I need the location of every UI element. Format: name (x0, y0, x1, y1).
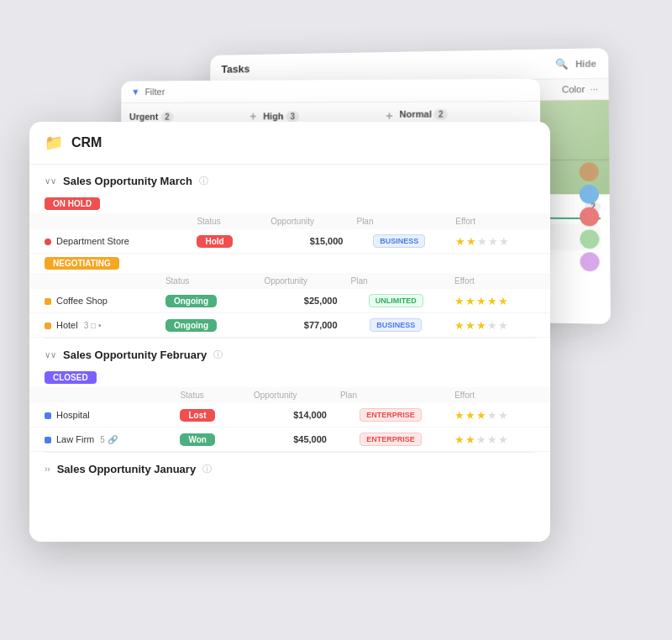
star-4: ★ (487, 409, 497, 422)
opp-amount: $77,000 (304, 320, 338, 330)
avatar-2 (580, 185, 599, 204)
th-name (29, 387, 173, 403)
row-dot (45, 437, 51, 443)
status-pill: Hold (197, 235, 232, 248)
star-1: ★ (455, 235, 465, 248)
star-4: ★ (488, 235, 498, 248)
col-urgent-label: Urgent 2 (129, 112, 174, 122)
status-pill: Ongoing (165, 319, 217, 332)
star-1: ★ (454, 295, 465, 307)
th-status: Status (159, 273, 258, 289)
star-2: ★ (465, 319, 475, 332)
row-status: Ongoing (159, 289, 258, 313)
th-effort: Effort (448, 273, 550, 289)
star-5: ★ (499, 235, 509, 248)
stars: ★ ★ ★ ★ ★ (455, 235, 543, 248)
stars: ★ ★ ★ ★ ★ (454, 433, 543, 446)
avatar-4 (580, 229, 599, 249)
row-name: Hotel 3 □ • (29, 313, 159, 338)
more-icon[interactable]: ··· (590, 84, 598, 94)
hide-label[interactable]: Hide (575, 58, 596, 68)
filter-label[interactable]: Filter (144, 87, 165, 97)
star-3: ★ (476, 295, 486, 307)
row-name: Hospital (29, 403, 173, 428)
section-february-arrow: ∨ (45, 350, 56, 359)
table-row: Coffee Shop Ongoing $25,000 UNLIMITED (29, 289, 550, 313)
table-negotiating: Status Opportunity Plan Effort Coffee Sh… (29, 273, 550, 338)
board-filter-bar: ▼ Filter (121, 79, 540, 103)
star-5: ★ (498, 433, 508, 446)
row-dot (45, 298, 51, 305)
th-plan: Plan (333, 387, 448, 403)
opp-amount: $25,000 (304, 296, 338, 306)
section-february-title: Sales Opportunity February (63, 349, 207, 361)
star-3: ★ (476, 319, 486, 332)
row-effort: ★ ★ ★ ★ ★ (449, 229, 550, 254)
avatar-5 (580, 252, 599, 271)
color-label[interactable]: Color (562, 84, 585, 94)
table-row: Hotel 3 □ • Ongoing $77,000 BUSINESS (29, 313, 550, 338)
table-hold: Status Opportunity Plan Effort Departmen… (29, 213, 550, 254)
section-february: ∨ Sales Opportunity February ⓘ CLOSED St… (29, 338, 550, 453)
star-1: ★ (454, 319, 465, 332)
star-4: ★ (487, 295, 497, 307)
row-dot (45, 412, 51, 419)
group-badge-negotiating: NEGOTIATING (45, 257, 119, 270)
star-1: ★ (454, 433, 465, 446)
star-5: ★ (498, 319, 508, 332)
tasks-header-right: 🔍 Hide (555, 57, 596, 70)
avatar-1 (580, 162, 599, 181)
table-header-row: Status Opportunity Plan Effort (29, 213, 550, 229)
plan-badge: BUSINESS (370, 318, 422, 332)
star-3: ★ (476, 409, 486, 422)
add-high-button[interactable]: + (386, 109, 392, 123)
section-january-header[interactable]: › Sales Opportunity January ⓘ (29, 453, 550, 482)
th-status: Status (173, 387, 246, 403)
th-effort: Effort (449, 213, 550, 229)
star-2: ★ (465, 295, 475, 307)
status-pill: Ongoing (165, 295, 217, 307)
table-header-row: Status Opportunity Plan Effort (29, 387, 550, 403)
stars: ★ ★ ★ ★ ★ (454, 295, 543, 307)
star-4: ★ (487, 319, 497, 332)
th-status: Status (190, 213, 264, 229)
section-march-info: ⓘ (199, 175, 208, 187)
th-plan: Plan (344, 273, 448, 289)
crm-header: 📁 CRM (29, 122, 550, 165)
th-opportunity: Opportunity (247, 387, 333, 403)
plan-badge: ENTERPRISE (360, 433, 422, 446)
row-status: Won (173, 428, 246, 452)
section-january-arrow: › (45, 464, 50, 474)
table-row: Law Firm 5 🔗 Won $45,000 ENTERPRISE (29, 428, 550, 452)
section-january: › Sales Opportunity January ⓘ (29, 453, 550, 482)
row-dot (45, 239, 51, 245)
th-name (29, 213, 190, 229)
row-opportunity: $15,000 (264, 229, 349, 254)
row-opportunity: $25,000 (257, 289, 344, 313)
th-opportunity: Opportunity (264, 213, 349, 229)
board-col-normal-head: Normal 2 (400, 108, 532, 122)
section-january-title: Sales Opportunity January (57, 463, 196, 475)
star-2: ★ (465, 433, 475, 446)
opp-amount: $15,000 (310, 236, 344, 246)
crm-body[interactable]: ∨ Sales Opportunity March ⓘ ON HOLD Stat… (29, 165, 550, 538)
th-name (29, 273, 159, 289)
avatar-3 (580, 207, 599, 227)
section-march-header[interactable]: ∨ Sales Opportunity March ⓘ (29, 165, 550, 194)
search-icon[interactable]: 🔍 (555, 58, 569, 70)
row-plan: BUSINESS (344, 313, 448, 338)
filter-icon: ▼ (131, 87, 140, 97)
add-urgent-button[interactable]: + (249, 109, 256, 123)
group-badge-hold: ON HOLD (45, 197, 100, 210)
row-effort: ★ ★ ★ ★ ★ (448, 289, 550, 313)
crm-title: CRM (71, 135, 102, 150)
stars: ★ ★ ★ ★ ★ (454, 319, 543, 332)
section-february-header[interactable]: ∨ Sales Opportunity February ⓘ (29, 338, 550, 368)
col-high-label: High 3 (263, 111, 299, 121)
section-march: ∨ Sales Opportunity March ⓘ ON HOLD Stat… (29, 165, 550, 338)
row-opportunity: $14,000 (247, 403, 333, 428)
star-1: ★ (454, 409, 465, 422)
section-march-title: Sales Opportunity March (63, 175, 192, 187)
star-3: ★ (476, 433, 486, 446)
row-plan: UNLIMITED (344, 289, 448, 313)
